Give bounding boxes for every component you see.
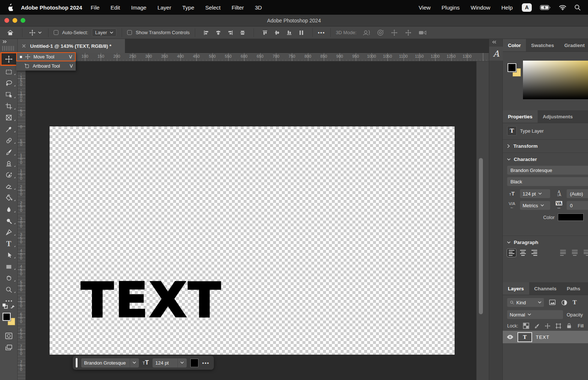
menu-item[interactable]: Type	[177, 4, 200, 11]
zoom-tool[interactable]	[0, 284, 18, 295]
tab-layers[interactable]: Layers	[503, 282, 529, 295]
menu-item[interactable]: 3D	[250, 4, 268, 11]
context-bar-drag-handle[interactable]	[76, 358, 78, 368]
menu-item[interactable]: Image	[126, 4, 152, 11]
menu-item[interactable]: File	[85, 4, 105, 11]
type-tool[interactable]: T	[0, 238, 18, 250]
character-section-header[interactable]: Character	[503, 153, 588, 166]
align-bottom-edges-icon[interactable]	[286, 30, 292, 36]
swap-colors-icon[interactable]	[1, 303, 16, 310]
layer-name[interactable]: TEXT	[536, 334, 549, 340]
wifi-icon[interactable]	[559, 5, 566, 10]
align-left-button[interactable]	[507, 249, 516, 257]
3d-roll-icon[interactable]	[376, 29, 384, 36]
font-style-field[interactable]: Black	[507, 177, 588, 186]
text-color-swatch[interactable]	[558, 214, 584, 221]
lock-transparency-icon[interactable]	[523, 323, 529, 329]
layer-filter-dropdown[interactable]: Kind	[507, 298, 544, 307]
menu-item[interactable]: Window	[465, 4, 496, 11]
justify-last-center-button[interactable]	[570, 249, 579, 257]
paint-bucket-tool[interactable]	[0, 192, 18, 204]
apple-icon[interactable]	[7, 4, 14, 11]
vertical-ruler[interactable]: -200-150-100-500501001502002503003504004…	[18, 61, 26, 380]
eyedropper-tool[interactable]	[0, 123, 18, 135]
tab-close-icon[interactable]	[22, 44, 26, 48]
distribute-vertical-icon[interactable]	[298, 30, 304, 36]
layer-thumbnail[interactable]: T	[517, 332, 532, 342]
pen-tool[interactable]	[0, 227, 18, 238]
menu-item[interactable]: View	[413, 4, 436, 11]
tracking-dropdown[interactable]: Metrics	[520, 201, 550, 210]
layer-visibility-eye-icon[interactable]	[506, 334, 514, 340]
leading-field[interactable]: (Auto)	[567, 189, 588, 198]
menu-item[interactable]: Help	[496, 4, 518, 11]
auto-select-checkbox[interactable]	[54, 30, 58, 35]
quick-mask-button[interactable]	[0, 330, 18, 341]
battery-icon[interactable]	[540, 5, 551, 10]
tab-channels[interactable]: Channels	[529, 282, 562, 295]
window-zoom-button[interactable]	[21, 18, 25, 23]
eraser-tool[interactable]	[0, 181, 18, 192]
filter-image-icon[interactable]	[549, 299, 556, 306]
align-left-edges-icon[interactable]	[203, 30, 209, 36]
home-icon[interactable]	[4, 29, 17, 36]
brush-tool[interactable]	[0, 146, 18, 158]
tab-adjustments[interactable]: Adjustments	[538, 110, 578, 123]
blur-tool[interactable]	[0, 204, 18, 215]
hand-tool[interactable]	[0, 272, 18, 284]
align-right-edges-icon[interactable]	[227, 30, 233, 36]
canvas[interactable]: TEXT	[50, 126, 455, 355]
layer-row-text[interactable]: T TEXT	[503, 331, 588, 343]
collapse-panels-icon[interactable]	[489, 39, 502, 44]
frame-tool[interactable]	[0, 112, 18, 123]
filter-adjustment-icon[interactable]	[561, 299, 568, 306]
foreground-color-swatch[interactable]	[508, 63, 516, 72]
font-family-field[interactable]: Brandon Grotesque	[507, 166, 588, 175]
3d-slide-icon[interactable]	[404, 29, 412, 36]
3d-orbit-icon[interactable]	[362, 29, 370, 36]
crop-tool[interactable]	[0, 101, 18, 112]
context-text-color-swatch[interactable]	[190, 359, 198, 367]
paragraph-section-header[interactable]: Paragraph	[503, 236, 588, 249]
toolbar-collapse-icon[interactable]	[0, 39, 17, 45]
lock-pixels-icon[interactable]	[534, 323, 540, 329]
kerning-field[interactable]: 0	[567, 201, 588, 210]
3d-pan-icon[interactable]	[390, 29, 398, 36]
font-size-dropdown[interactable]: 124 pt	[520, 189, 550, 198]
tab-gradient[interactable]: Gradient	[559, 39, 588, 51]
tab-properties[interactable]: Properties	[503, 110, 538, 123]
options-more-button[interactable]: •••	[318, 30, 325, 35]
character-panel-collapsed-icon[interactable]: A	[489, 47, 503, 61]
flyout-item-artboard-tool[interactable]: Artboard Tool V	[16, 61, 76, 71]
transform-section-header[interactable]: Transform	[503, 140, 588, 153]
align-center-button[interactable]	[519, 249, 527, 257]
lock-position-icon[interactable]	[545, 323, 551, 329]
align-right-button[interactable]	[530, 249, 539, 257]
menu-item[interactable]: Filter	[226, 4, 249, 11]
rectangular-marquee-tool[interactable]	[0, 66, 18, 78]
color-picker-field[interactable]	[523, 61, 588, 99]
lock-all-icon[interactable]	[566, 323, 572, 329]
tab-paths[interactable]: Paths	[562, 282, 585, 295]
history-brush-tool[interactable]	[0, 169, 18, 181]
context-font-size-dropdown[interactable]: 124 pt	[153, 358, 187, 368]
clone-stamp-tool[interactable]	[0, 158, 18, 169]
distribute-horizontal-icon[interactable]	[240, 30, 245, 36]
align-top-edges-icon[interactable]	[262, 30, 268, 36]
foreground-color-swatch[interactable]	[3, 313, 11, 321]
document-tab[interactable]: Untitled-1 @ 143% (TEXT, RGB/8) *	[18, 39, 125, 53]
show-transform-checkbox[interactable]	[127, 30, 132, 35]
menu-item[interactable]: Edit	[105, 4, 126, 11]
window-minimize-button[interactable]	[12, 18, 17, 23]
dodge-tool[interactable]	[0, 215, 18, 226]
auto-select-target-dropdown[interactable]: Layer	[92, 28, 117, 37]
horizontal-ruler[interactable]: 1001502002503003504004505005506006507007…	[26, 53, 489, 61]
canvas-text-layer[interactable]: TEXT	[81, 273, 223, 327]
3d-camera-icon[interactable]	[418, 29, 427, 36]
context-more-button[interactable]: •••	[202, 360, 209, 366]
align-horizontal-centers-icon[interactable]	[215, 30, 221, 36]
context-font-family-dropdown[interactable]: Brandon Grotesque	[81, 358, 139, 368]
input-source-indicator[interactable]: A	[522, 3, 532, 12]
justify-last-right-button[interactable]	[582, 249, 588, 257]
screen-mode-button[interactable]	[0, 342, 18, 353]
